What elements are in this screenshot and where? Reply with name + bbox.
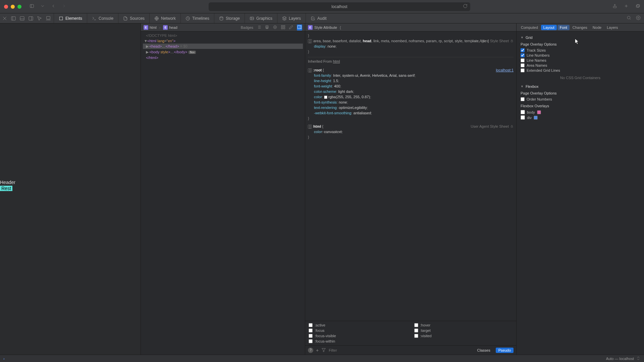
pseudo-hover[interactable]: :hover <box>414 323 513 327</box>
page-viewport[interactable]: Header Rest <box>0 23 141 355</box>
share-icon[interactable] <box>612 4 617 9</box>
dock-right-icon[interactable] <box>28 16 34 21</box>
dock-bottom-icon[interactable] <box>19 16 25 21</box>
tab-elements[interactable]: Elements <box>54 13 87 23</box>
tree-icon[interactable] <box>257 25 261 30</box>
sidebar-icon[interactable] <box>30 4 34 9</box>
svg-rect-43 <box>298 25 302 28</box>
pseudo-target[interactable]: :target <box>414 328 513 333</box>
subtab-layers[interactable]: Layers <box>604 25 620 30</box>
add-rule-icon[interactable]: + <box>316 348 319 353</box>
svg-rect-40 <box>283 25 285 26</box>
tab-sources[interactable]: Sources <box>118 13 149 23</box>
toggle-styles-icon[interactable] <box>297 24 302 31</box>
search-icon[interactable] <box>627 15 631 21</box>
chk-extended-grid-lines[interactable]: Extended Grid Lines <box>521 68 640 72</box>
status-right-label[interactable]: Auto — localhost <box>606 357 634 361</box>
settings-icon[interactable] <box>636 15 641 21</box>
console-prompt-icon[interactable]: › <box>3 357 5 361</box>
tab-network[interactable]: Network <box>149 13 180 23</box>
url-bar[interactable]: localhost <box>209 2 470 11</box>
chk-track-sizes[interactable]: Track Sizes <box>521 48 640 52</box>
svg-point-26 <box>627 16 630 19</box>
pseudo-visited[interactable]: :visited <box>414 334 513 338</box>
tab-layers[interactable]: Layers <box>277 13 306 23</box>
color-swatch[interactable] <box>324 96 327 99</box>
subtab-computed[interactable]: Computed <box>519 25 540 30</box>
subtab-font[interactable]: Font <box>557 25 570 30</box>
chevron-up-down-icon[interactable] <box>636 356 641 361</box>
color-swatch-pink[interactable] <box>537 110 541 114</box>
flex-overlay-options-label: Page Overlay Options <box>521 91 640 95</box>
rule-html-ua[interactable]: User Agent Style Sheet {}html { color: c… <box>308 124 514 140</box>
subtab-layout[interactable]: Layout <box>541 25 557 30</box>
dom-doctype[interactable]: <!DOCTYPE html> <box>143 33 303 38</box>
tab-graphics[interactable]: Graphics <box>245 13 277 23</box>
styles-header: E Style Attribute { <box>305 23 516 32</box>
pseudo-focus-within[interactable]: :focus-within <box>309 339 408 343</box>
tab-audit[interactable]: Audit <box>306 13 331 23</box>
window-titlebar: localhost <box>0 0 644 13</box>
tab-timelines[interactable]: Timelines <box>180 13 214 23</box>
element-picker-icon[interactable] <box>37 16 42 21</box>
svg-point-28 <box>638 17 639 18</box>
svg-point-38 <box>274 26 276 28</box>
chk-area-names[interactable]: Area Names <box>521 63 640 67</box>
svg-marker-47 <box>322 348 326 352</box>
svg-point-22 <box>220 16 223 18</box>
dom-head[interactable]: ▶<head>…</head> = $0 <box>143 44 303 49</box>
chk-line-numbers[interactable]: Line Numbers <box>521 53 640 57</box>
subtab-changes[interactable]: Changes <box>570 25 590 30</box>
flexbox-section-header[interactable]: ▼Flexbox <box>521 84 640 88</box>
badges-button[interactable]: Badges <box>241 25 253 29</box>
flex-overlay-body[interactable]: body <box>521 110 640 114</box>
crumb-head[interactable]: Ehead <box>163 25 177 30</box>
color-swatch-blue[interactable] <box>534 116 538 120</box>
rule-root[interactable]: localhost:1 {}:root { font-family: Inter… <box>308 67 514 121</box>
rule-user-agent-head[interactable]: User Agent Style Sheet {}area, base, bas… <box>308 38 514 54</box>
fullscreen-window-button[interactable] <box>17 5 21 9</box>
classes-button[interactable]: Classes <box>475 348 493 353</box>
dom-html-close[interactable]: </html> <box>143 55 303 60</box>
dom-body[interactable]: ▶<body style>…</body>flex <box>143 49 303 55</box>
dom-tree[interactable]: <!DOCTYPE html> ▼<html lang="en"> ▶<head… <box>141 32 305 355</box>
new-tab-icon[interactable] <box>624 4 629 9</box>
pseudo-focus-visible[interactable]: :focus-visible <box>309 334 408 338</box>
chk-line-names[interactable]: Line Names <box>521 58 640 62</box>
tabs-icon[interactable] <box>635 4 640 9</box>
minimize-window-button[interactable] <box>11 5 15 9</box>
subtab-node[interactable]: Node <box>590 25 604 30</box>
target-icon[interactable] <box>273 25 277 30</box>
chevron-down-icon[interactable] <box>40 4 45 9</box>
layout-panel: ▼Grid Page Overlay Options Track Sizes L… <box>517 32 644 355</box>
inherited-from-link[interactable]: html <box>333 59 340 63</box>
chk-order-numbers[interactable]: Order Numbers <box>521 97 640 101</box>
close-window-button[interactable] <box>4 5 8 9</box>
edit-icon[interactable] <box>289 25 293 30</box>
print-icon[interactable] <box>265 25 269 30</box>
viewport-header-text: Header <box>0 179 15 186</box>
filter-input[interactable] <box>329 348 472 352</box>
grid-icon[interactable] <box>281 25 285 30</box>
device-icon[interactable] <box>46 16 51 21</box>
reload-icon[interactable] <box>463 4 468 9</box>
svg-rect-45 <box>511 41 513 42</box>
pseudo-focus[interactable]: :focus <box>309 328 408 333</box>
dock-left-icon[interactable] <box>11 16 16 21</box>
tab-storage[interactable]: Storage <box>214 13 245 23</box>
grid-section-header[interactable]: ▼Grid <box>521 36 640 40</box>
svg-rect-9 <box>11 16 15 20</box>
close-devtools-icon[interactable] <box>2 16 7 21</box>
pseudo-active[interactable]: :active <box>309 323 408 327</box>
pseudo-button[interactable]: Pseudo <box>496 348 514 353</box>
tab-console[interactable]: Console <box>87 13 118 23</box>
flex-overlay-div[interactable]: div <box>521 115 640 120</box>
crumb-html[interactable]: Ehtml <box>144 25 157 30</box>
source-link[interactable]: localhost:1 <box>496 67 514 73</box>
back-button[interactable] <box>51 4 56 9</box>
dom-html-open[interactable]: ▼<html lang="en"> <box>143 38 303 44</box>
help-icon[interactable]: ? <box>308 348 313 353</box>
styles-body[interactable]: } User Agent Style Sheet {}area, base, b… <box>305 32 516 321</box>
forward-button <box>62 4 66 9</box>
grid-overlay-options-label: Page Overlay Options <box>521 42 640 46</box>
